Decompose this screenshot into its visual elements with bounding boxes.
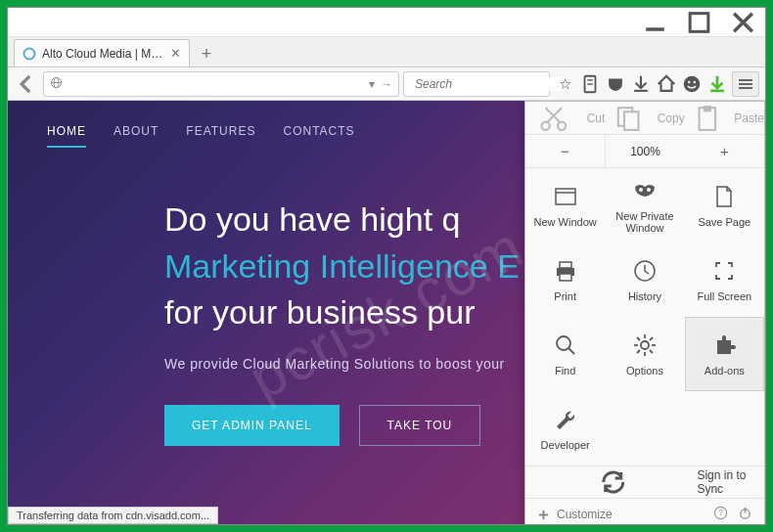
menu-find[interactable]: Find	[525, 317, 605, 391]
nav-contacts[interactable]: CONTACTS	[283, 124, 354, 148]
downloads-icon[interactable]	[630, 73, 652, 95]
tab-close-icon[interactable]: ✕	[170, 46, 181, 61]
url-go-icon[interactable]: →	[381, 77, 392, 91]
zoom-in-button[interactable]: +	[685, 135, 764, 167]
search-bar[interactable]	[403, 71, 550, 97]
cut-button[interactable]: Cut	[525, 102, 605, 134]
zoom-out-button[interactable]: −	[525, 135, 606, 167]
minimize-button[interactable]	[633, 9, 677, 36]
menu-private-window[interactable]: New Private Window	[605, 168, 684, 243]
paste-icon	[685, 102, 730, 134]
nav-features[interactable]: FEATURES	[186, 124, 255, 148]
new-tab-button[interactable]: +	[194, 41, 219, 66]
customize-button[interactable]: Customize	[537, 508, 613, 521]
bookmark-star-icon[interactable]: ☆	[554, 73, 575, 95]
hamburger-menu-panel: Cut Copy Paste − 100% + New Win	[524, 101, 765, 524]
menu-new-window[interactable]: New Window	[525, 168, 605, 243]
svg-rect-31	[560, 262, 571, 268]
svg-point-4	[24, 48, 35, 59]
customize-row: Customize ?	[525, 498, 764, 524]
sync-icon	[537, 466, 689, 498]
find-icon	[552, 332, 579, 359]
svg-point-29	[647, 188, 651, 192]
take-tour-button[interactable]: TAKE TOU	[359, 405, 481, 446]
home-icon[interactable]	[656, 73, 677, 95]
wrench-icon	[552, 406, 579, 433]
svg-line-43	[650, 337, 653, 340]
page-icon	[710, 183, 738, 210]
power-icon[interactable]	[738, 506, 752, 523]
menu-print[interactable]: Print	[525, 243, 605, 317]
svg-point-19	[558, 122, 566, 130]
browser-tab[interactable]: Alto Cloud Media | Market... ✕	[14, 39, 190, 66]
svg-line-44	[637, 350, 640, 353]
svg-rect-1	[690, 13, 708, 31]
help-icon[interactable]: ?	[713, 506, 728, 523]
scissors-icon	[525, 102, 582, 134]
svg-line-20	[548, 108, 562, 121]
tab-favicon-icon	[23, 47, 36, 61]
nav-about[interactable]: ABOUT	[114, 124, 159, 148]
plus-icon	[537, 509, 550, 521]
svg-point-34	[557, 336, 570, 350]
tab-bar: Alto Cloud Media | Market... ✕ +	[8, 37, 765, 67]
svg-rect-25	[703, 106, 710, 111]
zoom-row: − 100% +	[525, 135, 764, 168]
print-icon	[552, 257, 579, 285]
svg-point-28	[639, 188, 643, 192]
menu-button[interactable]	[732, 71, 759, 97]
svg-line-35	[568, 348, 574, 354]
close-button[interactable]	[721, 9, 765, 36]
menu-addons[interactable]: Add-ons	[685, 317, 764, 391]
sync-row[interactable]: Sign in to Sync	[525, 466, 764, 498]
svg-point-36	[641, 341, 649, 349]
url-dropdown-icon[interactable]: ▾	[369, 77, 375, 91]
reader-icon[interactable]	[579, 73, 601, 95]
browser-window: Alto Cloud Media | Market... ✕ + ▾ → ☆	[7, 7, 766, 525]
copy-button[interactable]: Copy	[605, 102, 684, 134]
menu-save-page[interactable]: Save Page	[685, 168, 764, 243]
svg-line-21	[546, 108, 560, 121]
menu-developer[interactable]: Developer	[525, 391, 605, 466]
history-icon	[631, 257, 659, 285]
menu-grid: New Window New Private Window Save Page …	[525, 168, 764, 466]
svg-line-41	[637, 337, 640, 340]
puzzle-icon	[710, 332, 738, 359]
pocket-icon[interactable]	[605, 73, 626, 95]
svg-rect-23	[624, 111, 638, 130]
url-bar[interactable]: ▾ →	[43, 71, 399, 97]
nav-home[interactable]: HOME	[47, 124, 86, 148]
paste-button[interactable]: Paste	[685, 102, 764, 134]
svg-point-16	[694, 80, 696, 82]
hamburger-icon	[739, 79, 752, 89]
smiley-icon[interactable]	[681, 73, 703, 95]
back-button[interactable]	[14, 71, 39, 97]
maximize-button[interactable]	[677, 9, 721, 36]
globe-icon	[50, 76, 63, 92]
menu-history[interactable]: History	[605, 243, 684, 317]
menu-options[interactable]: Options	[605, 317, 684, 391]
copy-icon	[605, 102, 652, 134]
download-active-icon[interactable]	[706, 73, 728, 95]
svg-rect-26	[556, 189, 575, 204]
status-bar: Transferring data from cdn.visadd.com...	[8, 507, 218, 524]
search-input[interactable]	[415, 77, 563, 91]
svg-point-14	[684, 75, 701, 92]
toolbar: ▾ → ☆	[8, 67, 765, 101]
edit-row: Cut Copy Paste	[525, 102, 764, 135]
gear-icon	[631, 332, 659, 359]
url-input[interactable]	[68, 77, 363, 91]
svg-point-15	[688, 80, 690, 82]
title-bar	[8, 8, 765, 37]
get-admin-button[interactable]: GET ADMIN PANEL	[164, 405, 340, 446]
svg-point-18	[541, 122, 549, 130]
fullscreen-icon	[710, 257, 738, 285]
tab-title: Alto Cloud Media | Market...	[42, 47, 164, 61]
svg-line-42	[650, 350, 653, 353]
zoom-value: 100%	[606, 135, 685, 167]
menu-fullscreen[interactable]: Full Screen	[685, 243, 764, 317]
page-content: pcrisk.com HOME ABOUT FEATURES CONTACTS …	[8, 101, 765, 524]
mask-icon	[631, 177, 659, 204]
svg-rect-32	[560, 274, 571, 281]
svg-text:?: ?	[718, 508, 723, 517]
